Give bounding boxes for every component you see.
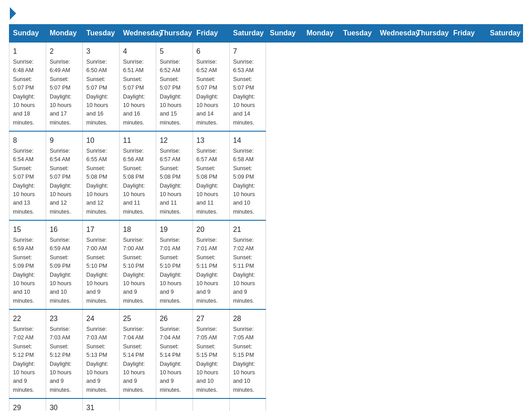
day-number: 30: [50, 402, 79, 411]
day-info: Sunrise: 6:58 AM Sunset: 5:09 PM Dayligh…: [233, 147, 262, 216]
calendar-header-row: SundayMondayTuesdayWednesdayThursdayFrid…: [9, 25, 523, 43]
day-number: 14: [233, 135, 262, 146]
day-info: Sunrise: 7:04 AM Sunset: 5:14 PM Dayligh…: [160, 325, 189, 394]
calendar-cell: 22Sunrise: 7:02 AM Sunset: 5:12 PM Dayli…: [9, 309, 46, 398]
day-info: Sunrise: 7:01 AM Sunset: 5:10 PM Dayligh…: [160, 236, 189, 305]
calendar-cell: [156, 398, 193, 411]
calendar-week-row: 15Sunrise: 6:59 AM Sunset: 5:09 PM Dayli…: [9, 220, 523, 309]
day-info: Sunrise: 7:04 AM Sunset: 5:14 PM Dayligh…: [123, 325, 152, 394]
calendar-cell: 13Sunrise: 6:57 AM Sunset: 5:08 PM Dayli…: [193, 131, 229, 220]
calendar-cell: 16Sunrise: 6:59 AM Sunset: 5:09 PM Dayli…: [46, 220, 82, 309]
calendar-week-row: 1Sunrise: 6:48 AM Sunset: 5:07 PM Daylig…: [9, 42, 523, 131]
calendar-cell: 14Sunrise: 6:58 AM Sunset: 5:09 PM Dayli…: [229, 131, 266, 220]
calendar-cell: 20Sunrise: 7:01 AM Sunset: 5:11 PM Dayli…: [193, 220, 229, 309]
day-number: 3: [86, 46, 116, 57]
day-info: Sunrise: 6:49 AM Sunset: 5:07 PM Dayligh…: [50, 58, 79, 127]
day-info: Sunrise: 6:57 AM Sunset: 5:08 PM Dayligh…: [160, 147, 189, 216]
day-number: 9: [50, 135, 79, 146]
calendar-cell: 21Sunrise: 7:02 AM Sunset: 5:11 PM Dayli…: [229, 220, 266, 309]
day-number: 10: [86, 135, 116, 146]
calendar-cell: 12Sunrise: 6:57 AM Sunset: 5:08 PM Dayli…: [156, 131, 193, 220]
calendar-cell: 26Sunrise: 7:04 AM Sunset: 5:14 PM Dayli…: [156, 309, 193, 398]
calendar-cell: 18Sunrise: 7:00 AM Sunset: 5:10 PM Dayli…: [119, 220, 156, 309]
day-number: 29: [13, 402, 42, 411]
day-number: 12: [160, 135, 189, 146]
logo-arrow-icon: [10, 7, 16, 20]
day-header-friday: Friday: [193, 25, 229, 43]
day-info: Sunrise: 6:54 AM Sunset: 5:07 PM Dayligh…: [50, 147, 79, 216]
day-info: Sunrise: 6:59 AM Sunset: 5:09 PM Dayligh…: [50, 236, 79, 305]
day-info: Sunrise: 6:51 AM Sunset: 5:07 PM Dayligh…: [123, 58, 152, 127]
day-header-thursday: Thursday: [413, 25, 450, 43]
calendar-week-row: 22Sunrise: 7:02 AM Sunset: 5:12 PM Dayli…: [9, 309, 523, 398]
day-number: 13: [197, 135, 226, 146]
day-number: 17: [86, 224, 116, 235]
day-info: Sunrise: 7:02 AM Sunset: 5:12 PM Dayligh…: [13, 325, 42, 394]
day-number: 15: [13, 224, 42, 235]
calendar-cell: 25Sunrise: 7:04 AM Sunset: 5:14 PM Dayli…: [119, 309, 156, 398]
calendar-cell: 24Sunrise: 7:03 AM Sunset: 5:13 PM Dayli…: [82, 309, 119, 398]
calendar-cell: 31Sunrise: 7:06 AM Sunset: 5:17 PM Dayli…: [82, 398, 119, 411]
day-header-friday: Friday: [450, 25, 486, 43]
calendar-cell: 23Sunrise: 7:03 AM Sunset: 5:12 PM Dayli…: [46, 309, 82, 398]
calendar-cell: [119, 398, 156, 411]
day-header-monday: Monday: [303, 25, 339, 43]
day-info: Sunrise: 6:52 AM Sunset: 5:07 PM Dayligh…: [197, 58, 226, 127]
day-header-thursday: Thursday: [156, 25, 193, 43]
day-info: Sunrise: 7:05 AM Sunset: 5:15 PM Dayligh…: [233, 325, 262, 394]
day-info: Sunrise: 6:59 AM Sunset: 5:09 PM Dayligh…: [13, 236, 42, 305]
calendar-cell: 4Sunrise: 6:51 AM Sunset: 5:07 PM Daylig…: [119, 42, 156, 131]
calendar-cell: 28Sunrise: 7:05 AM Sunset: 5:15 PM Dayli…: [229, 309, 266, 398]
calendar-cell: [193, 398, 229, 411]
day-number: 5: [160, 46, 189, 57]
calendar-cell: 17Sunrise: 7:00 AM Sunset: 5:10 PM Dayli…: [82, 220, 119, 309]
day-number: 22: [13, 313, 42, 324]
day-number: 23: [50, 313, 79, 324]
day-info: Sunrise: 6:54 AM Sunset: 5:07 PM Dayligh…: [13, 147, 42, 216]
day-info: Sunrise: 6:48 AM Sunset: 5:07 PM Dayligh…: [13, 58, 42, 127]
day-info: Sunrise: 6:53 AM Sunset: 5:07 PM Dayligh…: [233, 58, 262, 127]
calendar-cell: 5Sunrise: 6:52 AM Sunset: 5:07 PM Daylig…: [156, 42, 193, 131]
day-number: 18: [123, 224, 152, 235]
day-header-tuesday: Tuesday: [82, 25, 119, 43]
day-header-saturday: Saturday: [229, 25, 266, 43]
day-info: Sunrise: 6:56 AM Sunset: 5:08 PM Dayligh…: [123, 147, 152, 216]
logo: [9, 9, 16, 17]
day-header-monday: Monday: [46, 25, 82, 43]
day-info: Sunrise: 7:03 AM Sunset: 5:12 PM Dayligh…: [50, 325, 79, 394]
day-number: 25: [123, 313, 152, 324]
day-header-tuesday: Tuesday: [339, 25, 376, 43]
calendar-cell: 3Sunrise: 6:50 AM Sunset: 5:07 PM Daylig…: [82, 42, 119, 131]
calendar-week-row: 8Sunrise: 6:54 AM Sunset: 5:07 PM Daylig…: [9, 131, 523, 220]
day-number: 16: [50, 224, 79, 235]
day-number: 31: [86, 402, 116, 411]
calendar-cell: 15Sunrise: 6:59 AM Sunset: 5:09 PM Dayli…: [9, 220, 46, 309]
day-info: Sunrise: 6:57 AM Sunset: 5:08 PM Dayligh…: [197, 147, 226, 216]
calendar-cell: 8Sunrise: 6:54 AM Sunset: 5:07 PM Daylig…: [9, 131, 46, 220]
day-header-wednesday: Wednesday: [119, 25, 156, 43]
day-number: 26: [160, 313, 189, 324]
day-info: Sunrise: 7:03 AM Sunset: 5:13 PM Dayligh…: [86, 325, 116, 394]
calendar-cell: 10Sunrise: 6:55 AM Sunset: 5:08 PM Dayli…: [82, 131, 119, 220]
calendar-cell: 9Sunrise: 6:54 AM Sunset: 5:07 PM Daylig…: [46, 131, 82, 220]
calendar-cell: 27Sunrise: 7:05 AM Sunset: 5:15 PM Dayli…: [193, 309, 229, 398]
day-header-sunday: Sunday: [9, 25, 46, 43]
calendar-cell: 2Sunrise: 6:49 AM Sunset: 5:07 PM Daylig…: [46, 42, 82, 131]
day-info: Sunrise: 7:00 AM Sunset: 5:10 PM Dayligh…: [86, 236, 116, 305]
calendar-cell: 30Sunrise: 7:06 AM Sunset: 5:17 PM Dayli…: [46, 398, 82, 411]
day-number: 11: [123, 135, 152, 146]
day-number: 24: [86, 313, 116, 324]
day-number: 7: [233, 46, 262, 57]
day-number: 2: [50, 46, 79, 57]
day-info: Sunrise: 7:02 AM Sunset: 5:11 PM Dayligh…: [233, 236, 262, 305]
calendar-cell: 19Sunrise: 7:01 AM Sunset: 5:10 PM Dayli…: [156, 220, 193, 309]
day-number: 8: [13, 135, 42, 146]
calendar-cell: 6Sunrise: 6:52 AM Sunset: 5:07 PM Daylig…: [193, 42, 229, 131]
day-header-sunday: Sunday: [266, 25, 303, 43]
calendar-cell: [229, 398, 266, 411]
day-number: 20: [197, 224, 226, 235]
day-number: 21: [233, 224, 262, 235]
header: [9, 9, 523, 17]
calendar-cell: 29Sunrise: 7:05 AM Sunset: 5:16 PM Dayli…: [9, 398, 46, 411]
day-number: 19: [160, 224, 189, 235]
